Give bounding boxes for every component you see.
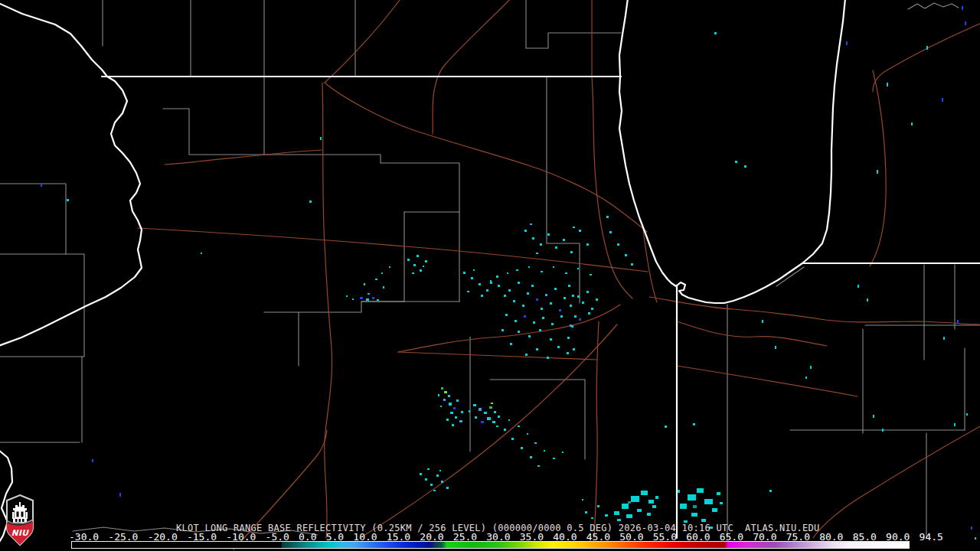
- radar-echo: [858, 285, 859, 288]
- radar-echo: [508, 419, 510, 421]
- radar-echo: [775, 346, 776, 349]
- radar-echo: [769, 490, 772, 492]
- radar-echo: [614, 511, 619, 515]
- radar-echo: [366, 298, 369, 301]
- radar-echo: [453, 407, 456, 409]
- radar-echo: [473, 269, 475, 271]
- radar-echo: [360, 297, 363, 299]
- radar-echo: [425, 260, 427, 262]
- radar-echo: [551, 323, 554, 325]
- radar-echo: [655, 496, 658, 499]
- radar-map: [0, 0, 980, 551]
- radar-echo: [508, 289, 511, 292]
- radar-echo: [539, 329, 541, 331]
- radar-echo: [567, 352, 569, 354]
- radar-echo: [372, 297, 374, 299]
- radar-echo: [965, 21, 966, 25]
- radar-echo: [412, 272, 414, 274]
- radar-echo: [609, 231, 612, 233]
- radar-echo: [475, 416, 477, 419]
- radar-echo: [450, 412, 453, 414]
- radar-echo: [496, 425, 498, 427]
- radar-echo: [544, 450, 545, 452]
- radar-echo: [364, 283, 365, 285]
- radar-echo: [425, 478, 427, 481]
- radar-echo: [622, 504, 629, 509]
- radar-echo: [491, 403, 493, 404]
- radar-echo: [484, 412, 487, 414]
- radar-echo: [568, 285, 570, 287]
- radar-echo: [534, 442, 537, 444]
- radar-echo: [586, 291, 589, 293]
- radar-echo: [501, 329, 504, 331]
- radar-echo: [714, 32, 717, 34]
- radar-echo: [590, 274, 592, 276]
- radar-echo: [591, 517, 593, 519]
- radar-echo: [346, 295, 348, 297]
- radar-echo: [446, 487, 449, 489]
- radar-echo: [541, 308, 543, 310]
- radar-echo: [606, 216, 609, 218]
- radar-echo: [492, 421, 495, 423]
- radar-echo: [504, 429, 506, 431]
- radar-echo: [479, 408, 482, 411]
- radar-echo: [504, 295, 506, 297]
- radar-echo: [518, 331, 520, 333]
- radar-echo: [877, 170, 878, 174]
- radar-echo: [463, 272, 466, 274]
- radar-echo: [441, 481, 443, 483]
- radar-echo: [389, 266, 390, 268]
- radar-echo: [665, 425, 667, 428]
- radar-echo: [565, 272, 567, 274]
- radar-echo: [688, 494, 696, 500]
- radar-echo: [527, 433, 528, 435]
- radar-echo: [531, 285, 534, 287]
- radar-echo: [553, 458, 555, 459]
- state-lines: [0, 0, 980, 543]
- radar-echo: [550, 302, 552, 305]
- radar-echo: [588, 312, 590, 315]
- radar-echo: [573, 227, 575, 228]
- radar-echo: [574, 315, 577, 318]
- radar-echo: [735, 161, 737, 163]
- radar-echo: [545, 294, 547, 296]
- radar-echo: [555, 246, 557, 249]
- radar-echo: [586, 243, 589, 246]
- radar-echo: [505, 314, 508, 316]
- radar-echo: [652, 505, 656, 508]
- radar-echo: [375, 279, 377, 280]
- radar-echo: [446, 419, 449, 421]
- radar-echo: [479, 283, 481, 285]
- radar-echo: [720, 502, 723, 504]
- radar-echo: [471, 277, 473, 279]
- radar-echo: [617, 243, 619, 246]
- radar-echo: [511, 438, 514, 440]
- radar-echo: [481, 421, 484, 423]
- radar-echo: [641, 491, 648, 495]
- radar-echo: [717, 492, 720, 495]
- radar-echo: [567, 337, 570, 339]
- radar-echo: [605, 514, 608, 517]
- radar-echo: [570, 251, 573, 253]
- radar-echo: [712, 508, 717, 512]
- radar-echo: [521, 447, 523, 449]
- radar-echo: [420, 269, 422, 272]
- radar-echo: [92, 459, 93, 462]
- radar-echo: [436, 474, 439, 477]
- radar-echo: [444, 391, 447, 393]
- radar-echo: [560, 315, 563, 318]
- radar-echo: [962, 6, 963, 10]
- radar-echo: [513, 300, 515, 302]
- radar-echo: [625, 254, 627, 256]
- radar-echo: [407, 259, 410, 261]
- radar-echo: [873, 415, 874, 418]
- radar-echo: [554, 288, 557, 290]
- radar-echo: [648, 500, 654, 504]
- radar-echo: [582, 302, 584, 304]
- radar-echo: [490, 282, 492, 284]
- radar-echo: [966, 413, 968, 416]
- radar-echo: [524, 230, 527, 232]
- radar-echo: [647, 513, 651, 516]
- radar-echo: [459, 420, 462, 422]
- radar-echo: [420, 473, 422, 475]
